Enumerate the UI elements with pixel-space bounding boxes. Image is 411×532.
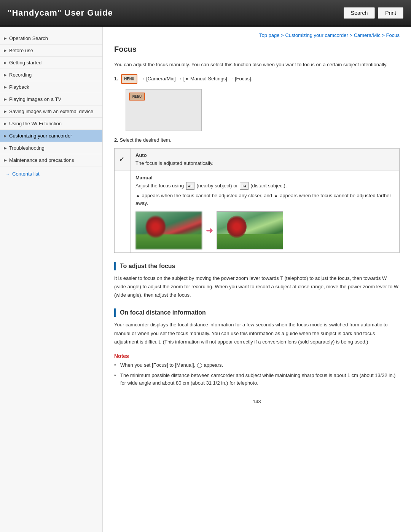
notes-title: Notes [114,353,400,359]
chevron-right-icon: ▶ [4,158,7,162]
intro-text: You can adjust the focus manually. You c… [114,61,400,69]
step-1-number: 1. [114,76,118,81]
step-1-path: → [Camera/Mic] → [◾ Manual Settings] → [… [140,76,253,81]
sidebar-item-label: Troubleshooting [9,145,97,151]
section-adjust-focus-title: To adjust the focus [120,263,175,270]
breadcrumb-focus[interactable]: Focus [386,32,400,38]
section-focal-distance-text: Your camcorder displays the focal distan… [114,321,400,346]
focus-transition-arrow: ➜ [206,224,213,237]
note-item-2: The minimum possible distance between ca… [114,372,400,388]
option-auto-name: Auto [135,152,395,160]
section-focal-distance-title: On focal distance information [120,309,206,316]
step-2: 2. Select the desired item. [114,137,400,143]
distant-subject-button-icon: →▲ [240,182,248,190]
chevron-right-icon: ▶ [4,85,7,89]
header: "Handycam" User Guide Search Print [0,0,411,27]
print-button[interactable]: Print [378,7,403,19]
sidebar-item-troubleshooting[interactable]: ▶ Troubleshooting [0,142,102,154]
contents-list-link[interactable]: → Contents list [0,166,102,181]
focus-images: ➜ [135,211,395,249]
notes-list: When you set [Focus] to [Manual], ◯ appe… [114,361,400,387]
step-2-text: Select the desired item. [119,137,171,143]
sidebar-item-label: Playback [9,84,97,90]
chevron-right-icon: ▶ [4,121,7,126]
chevron-right-icon: ▶ [4,73,7,77]
focus-image-sharp [217,211,283,249]
focus-image-blurred [135,211,202,249]
option-manual-cell: Manual Adjust the focus using ▲← (nearby… [131,171,400,252]
sidebar-item-recording[interactable]: ▶ Recording [0,69,102,81]
chevron-right-icon: ▶ [4,97,7,101]
option-auto-row: ✓ Auto The focus is adjusted automatical… [115,149,400,171]
menu-screenshot-button: MENU [129,93,145,101]
option-auto-desc: The focus is adjusted automatically. [135,160,395,168]
sidebar-item-wifi[interactable]: ▶ Using the Wi-Fi function [0,118,102,130]
option-manual-desc: Adjust the focus using ▲← (nearby subjec… [135,182,395,190]
breadcrumb: Top page > Customizing your camcorder > … [114,32,400,38]
sidebar-item-label: Operation Search [9,35,97,41]
sidebar-item-customizing[interactable]: ▶ Customizing your camcorder [0,130,102,142]
checkmark-icon: ✓ [119,156,126,163]
sidebar-item-label: Playing images on a TV [9,96,97,102]
option-manual-name: Manual [135,174,395,182]
checkmark-cell: ✓ [115,149,131,171]
sidebar-item-playing-images[interactable]: ▶ Playing images on a TV [0,93,102,105]
sidebar-item-label: Recording [9,72,97,78]
section-adjust-focus-header: To adjust the focus [114,262,400,270]
section-bar-icon [114,262,116,270]
breadcrumb-customizing[interactable]: Customizing your camcorder [285,32,348,38]
sidebar-item-operation-search[interactable]: ▶ Operation Search [0,32,102,45]
sidebar-item-getting-started[interactable]: ▶ Getting started [0,57,102,69]
chevron-right-icon: ▶ [4,146,7,150]
options-table: ✓ Auto The focus is adjusted automatical… [114,148,400,253]
section-adjust-focus-text: It is easier to focus on the subject by … [114,274,400,299]
step-1: 1. MENU → [Camera/Mic] → [◾ Manual Setti… [114,74,400,84]
page-title: Focus [114,45,400,57]
page-number: 148 [114,399,400,404]
chevron-right-icon: ▶ [4,61,7,65]
sidebar-item-saving-images[interactable]: ▶ Saving images with an external device [0,105,102,118]
sidebar-item-label: Using the Wi-Fi function [9,121,97,126]
chevron-right-icon: ▶ [4,48,7,53]
header-title: "Handycam" User Guide [8,8,113,18]
search-button[interactable]: Search [344,7,375,19]
breadcrumb-sep3: > [382,32,386,38]
breadcrumb-sep2: > [349,32,354,38]
contents-list-label: Contents list [12,171,40,177]
sidebar-item-before-use[interactable]: ▶ Before use [0,45,102,57]
sidebar-item-label: Customizing your camcorder [9,133,97,139]
step-2-number: 2. [114,137,118,143]
arrow-right-icon: → [6,171,10,177]
sidebar-item-label: Before use [9,48,97,53]
option-manual-row: Manual Adjust the focus using ▲← (nearby… [115,171,400,252]
note-item-1: When you set [Focus] to [Manual], ◯ appe… [114,361,400,369]
section-focal-distance-header: On focal distance information [114,308,400,317]
chevron-right-icon: ▶ [4,109,7,113]
screenshot-box: MENU [126,89,202,131]
main-container: ▶ Operation Search ▶ Before use ▶ Gettin… [0,27,411,532]
content-area: Top page > Customizing your camcorder > … [103,27,411,532]
sidebar-item-label: Maintenance and precautions [9,157,97,163]
sidebar: ▶ Operation Search ▶ Before use ▶ Gettin… [0,27,103,532]
option-auto-cell: Auto The focus is adjusted automatically… [131,149,400,171]
header-buttons: Search Print [344,7,403,19]
chevron-right-icon: ▶ [4,36,7,40]
menu-button-icon: MENU [121,74,137,84]
chevron-right-icon: ▶ [4,134,7,138]
option-manual-empty-cell [115,171,131,252]
sidebar-item-playback[interactable]: ▶ Playback [0,81,102,93]
sidebar-item-label: Saving images with an external device [9,109,97,114]
breadcrumb-camera-mic[interactable]: Camera/Mic [354,32,381,38]
sidebar-item-maintenance[interactable]: ▶ Maintenance and precautions [0,154,102,166]
breadcrumb-top[interactable]: Top page [259,32,280,38]
nearby-subject-button-icon: ▲← [186,182,194,190]
breadcrumb-sep1: > [281,32,285,38]
sidebar-item-label: Getting started [9,60,97,66]
manual-icon: ◯ [197,362,202,368]
option-manual-limits: ▲ appears when the focus cannot be adjus… [135,192,395,208]
section-bar-icon-2 [114,308,116,317]
